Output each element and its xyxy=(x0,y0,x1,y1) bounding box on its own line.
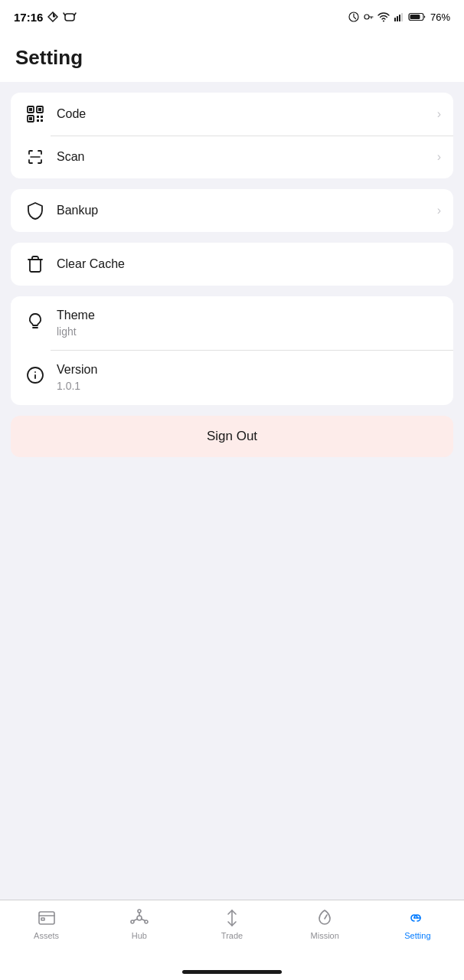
status-left: 17:16 xyxy=(14,10,77,24)
content-spacer xyxy=(0,468,464,900)
scan-menu-item[interactable]: Scan › xyxy=(11,136,453,178)
scan-label: Scan xyxy=(57,150,437,164)
version-subtitle: 1.0.1 xyxy=(57,379,97,394)
sync-icon xyxy=(348,11,359,22)
home-indicator xyxy=(0,963,464,980)
svg-rect-9 xyxy=(410,15,420,19)
status-bar: 17:16 xyxy=(0,0,464,34)
assets-nav-icon xyxy=(37,908,57,928)
nav-item-trade[interactable]: Trade xyxy=(185,908,278,940)
signal-icon xyxy=(394,11,404,22)
svg-rect-13 xyxy=(29,108,32,111)
status-right: 76% xyxy=(348,11,450,23)
pet-icon xyxy=(63,10,77,24)
clear-cache-label: Clear Cache xyxy=(57,257,441,271)
svg-rect-7 xyxy=(401,13,403,21)
scan-icon xyxy=(23,145,47,169)
svg-point-3 xyxy=(383,21,384,22)
svg-rect-17 xyxy=(41,116,43,118)
theme-title: Theme xyxy=(57,307,95,324)
home-indicator-bar xyxy=(182,970,282,974)
hub-nav-label: Hub xyxy=(132,931,147,940)
bottom-nav: Assets Hub Trade xyxy=(0,900,464,963)
code-chevron: › xyxy=(437,107,441,121)
mission-nav-icon xyxy=(315,908,335,928)
content: Code › Scan › xyxy=(0,82,464,900)
bankup-label: Bankup xyxy=(57,204,437,217)
assets-nav-label: Assets xyxy=(34,931,59,940)
battery-icon xyxy=(408,11,426,22)
version-info-item: Version 1.0.1 xyxy=(11,351,453,405)
theme-subtitle: light xyxy=(57,325,95,340)
status-time: 17:16 xyxy=(14,11,43,24)
svg-rect-18 xyxy=(37,119,39,122)
nav-item-hub[interactable]: Hub xyxy=(93,908,185,940)
trash-icon xyxy=(23,252,47,276)
code-menu-item[interactable]: Code › xyxy=(11,93,453,136)
bankup-chevron: › xyxy=(437,204,441,217)
scan-chevron: › xyxy=(437,150,441,164)
sign-out-button[interactable]: Sign Out xyxy=(11,416,453,457)
svg-point-2 xyxy=(364,15,369,19)
mission-nav-label: Mission xyxy=(311,931,339,940)
version-icon xyxy=(23,363,47,387)
svg-rect-19 xyxy=(41,119,43,122)
code-scan-card: Code › Scan › xyxy=(11,93,453,178)
clear-cache-menu-item[interactable]: Clear Cache xyxy=(11,243,453,286)
svg-rect-26 xyxy=(41,918,44,920)
svg-rect-5 xyxy=(397,16,398,21)
nav-item-setting[interactable]: Setting xyxy=(371,908,464,940)
code-icon xyxy=(23,102,47,126)
version-title: Version xyxy=(57,361,97,378)
svg-rect-14 xyxy=(38,108,41,111)
setting-nav-label: Setting xyxy=(404,931,430,940)
theme-version-card: Theme light Version 1.0.1 xyxy=(11,296,453,405)
theme-icon xyxy=(23,309,47,333)
svg-rect-16 xyxy=(37,116,39,118)
code-label: Code xyxy=(57,107,437,121)
wifi-icon xyxy=(377,11,390,22)
theme-info-item: Theme light xyxy=(11,296,453,351)
bankup-card: Bankup › xyxy=(11,189,453,232)
svg-line-33 xyxy=(133,919,137,920)
clear-cache-card: Clear Cache xyxy=(11,243,453,286)
bankup-menu-item[interactable]: Bankup › xyxy=(11,189,453,232)
svg-rect-6 xyxy=(399,15,400,21)
navigation-icon xyxy=(47,11,58,22)
nav-item-mission[interactable]: Mission xyxy=(279,908,371,940)
svg-line-35 xyxy=(325,915,327,919)
setting-nav-icon xyxy=(407,908,427,928)
trade-nav-label: Trade xyxy=(221,931,243,940)
theme-content: Theme light xyxy=(57,307,95,340)
key-icon xyxy=(363,11,374,22)
svg-rect-4 xyxy=(394,18,396,21)
nav-item-assets[interactable]: Assets xyxy=(0,908,93,940)
battery-level: 76% xyxy=(430,11,450,23)
svg-rect-0 xyxy=(65,14,74,21)
svg-point-27 xyxy=(137,916,142,920)
version-content: Version 1.0.1 xyxy=(57,361,97,394)
page-title: Setting xyxy=(0,34,464,82)
svg-line-32 xyxy=(141,919,145,920)
svg-rect-15 xyxy=(29,117,32,120)
bankup-icon xyxy=(23,198,47,223)
trade-nav-icon xyxy=(222,908,242,928)
hub-nav-icon xyxy=(129,908,149,928)
